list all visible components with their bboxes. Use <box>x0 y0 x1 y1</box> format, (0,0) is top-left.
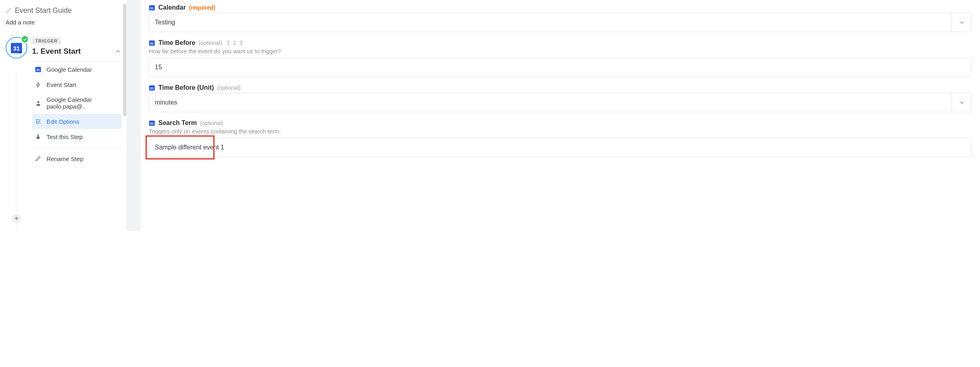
substep-account[interactable]: Google Calendar paolo.papa@.. <box>32 92 121 114</box>
google-calendar-icon: 31 <box>149 40 155 46</box>
person-icon <box>35 100 41 106</box>
substep-rename[interactable]: Rename Step <box>32 151 121 166</box>
add-step-button[interactable] <box>12 214 21 223</box>
field-time-before-unit: 31 Time Before (Unit) (optional) minutes <box>149 84 972 112</box>
time-before-unit-label: Time Before (Unit) <box>158 84 214 91</box>
time-before-help: How far before the event do you want us … <box>149 48 972 54</box>
google-calendar-icon: 31 <box>149 120 155 126</box>
step-title: 1. Event Start <box>32 47 81 56</box>
substep-app-label: Google Calendar <box>47 66 92 73</box>
substep-test[interactable]: Test this Step <box>32 129 121 144</box>
substep-account-label: Google Calendar paolo.papa@.. <box>47 96 118 110</box>
optional-tag: (optional) <box>217 85 240 91</box>
chevron-down-icon <box>959 19 965 26</box>
panel-gutter <box>126 0 141 231</box>
svg-text:31: 31 <box>150 87 154 90</box>
calendar-label: Calendar <box>158 4 186 11</box>
field-calendar: 31 Calendar (required) Testing <box>149 4 972 32</box>
calendar-dropdown-toggle[interactable] <box>952 13 972 32</box>
substep-trigger[interactable]: Event Start <box>32 77 121 92</box>
calendar-value: Testing <box>149 19 952 26</box>
substep-app[interactable]: 31 Google Calendar <box>32 62 121 77</box>
time-before-input[interactable]: 15 <box>149 58 972 77</box>
step-timeline <box>16 71 16 231</box>
svg-text:31: 31 <box>150 6 154 10</box>
optional-tag: (optional) <box>200 120 223 126</box>
scrollbar[interactable] <box>123 4 126 116</box>
step-header[interactable]: 1. Event Start <box>32 47 121 56</box>
guide-title-row[interactable]: Event Start Guide <box>6 6 121 15</box>
time-before-unit-value: minutes <box>149 99 952 106</box>
search-term-label: Search Term <box>158 119 197 127</box>
options-icon <box>35 118 41 125</box>
chevron-down-icon <box>959 99 965 106</box>
svg-text:31: 31 <box>36 68 40 72</box>
field-time-before: 31 Time Before (optional) 1 2 3 How far … <box>149 39 972 77</box>
unit-dropdown-toggle[interactable] <box>952 93 972 112</box>
guide-title: Event Start Guide <box>15 6 72 15</box>
field-search-term: 31 Search Term (optional) Triggers only … <box>149 119 972 157</box>
optional-tag: (optional) <box>198 40 222 46</box>
pencil-icon <box>6 8 12 14</box>
flask-icon <box>35 134 41 139</box>
field-type-hint: 1 2 3 <box>227 40 243 46</box>
substep-trigger-label: Event Start <box>47 81 76 88</box>
svg-text:31: 31 <box>150 122 154 125</box>
time-before-unit-select[interactable]: minutes <box>149 93 972 112</box>
substep-rename-label: Rename Step <box>47 155 83 162</box>
svg-point-4 <box>37 101 39 103</box>
google-calendar-icon: 31 <box>10 41 23 54</box>
options-panel: 31 Calendar (required) Testing 31 Time B… <box>141 0 980 231</box>
search-term-help: Triggers only on events containing the s… <box>149 128 972 135</box>
time-before-label: Time Before <box>158 39 195 46</box>
substep-test-label: Test this Step <box>47 133 83 140</box>
calendar-select[interactable]: Testing <box>149 13 972 32</box>
chevron-up-icon <box>114 48 121 55</box>
divider <box>32 147 121 148</box>
plus-icon <box>14 216 19 221</box>
substep-edit-label: Edit Options <box>47 118 79 125</box>
svg-text:31: 31 <box>13 45 20 52</box>
sidebar: Event Start Guide Add a note 31 TRIGGER … <box>0 0 126 231</box>
google-calendar-icon: 31 <box>149 4 155 11</box>
search-term-value: Sample different event 1 <box>149 144 230 151</box>
required-tag: (required) <box>189 4 215 11</box>
step-app-icon[interactable]: 31 <box>6 37 27 58</box>
time-before-value: 15 <box>155 64 162 71</box>
add-note-link[interactable]: Add a note <box>6 19 121 26</box>
lightning-icon <box>35 82 41 88</box>
substep-edit-options[interactable]: Edit Options <box>32 114 121 129</box>
pencil-icon <box>35 156 41 161</box>
svg-text:31: 31 <box>150 42 154 45</box>
step-success-badge <box>21 35 29 43</box>
trigger-badge: TRIGGER <box>32 37 61 44</box>
google-calendar-icon: 31 <box>149 85 155 91</box>
search-term-input[interactable]: Sample different event 1 <box>149 138 972 157</box>
google-calendar-icon: 31 <box>35 66 41 73</box>
